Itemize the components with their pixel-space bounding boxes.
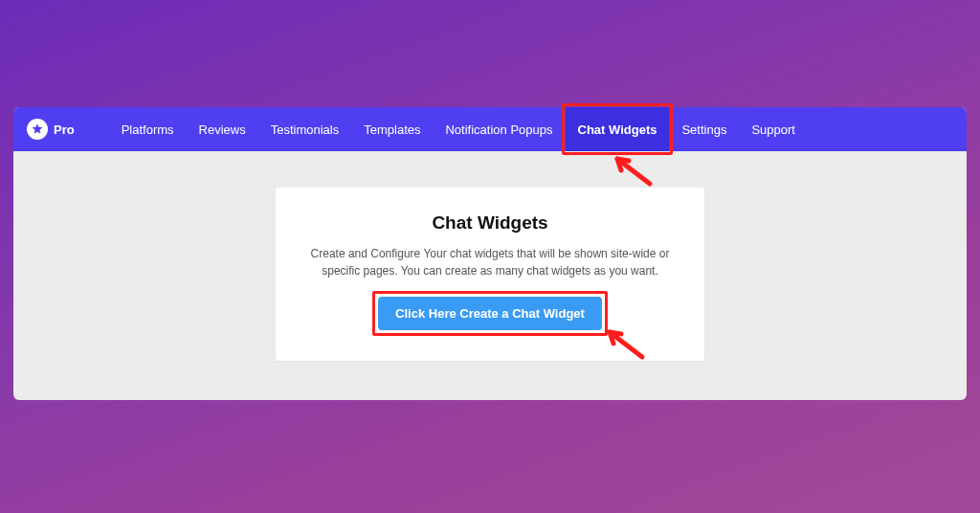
- panel-description: Create and Configure Your chat widgets t…: [304, 245, 676, 279]
- nav-item-reviews[interactable]: Reviews: [187, 107, 258, 151]
- app-window: Pro Platforms Reviews Testimonials Templ…: [13, 107, 967, 400]
- nav-item-settings[interactable]: Settings: [669, 107, 739, 151]
- top-nav: Pro Platforms Reviews Testimonials Templ…: [13, 107, 967, 151]
- brand[interactable]: Pro: [27, 119, 75, 140]
- nav-item-templates[interactable]: Templates: [351, 107, 433, 151]
- nav-item-support[interactable]: Support: [739, 107, 808, 151]
- panel-title: Chat Widgets: [304, 212, 676, 234]
- cta-wrap: Click Here Create a Chat Widget: [378, 297, 602, 330]
- brand-label: Pro: [54, 123, 75, 137]
- nav-item-notification-popups[interactable]: Notification Popups: [433, 107, 565, 151]
- nav-items: Platforms Reviews Testimonials Templates…: [109, 107, 808, 151]
- chat-widgets-panel: Chat Widgets Create and Configure Your c…: [276, 188, 704, 361]
- star-logo-icon: [27, 119, 48, 140]
- nav-item-platforms[interactable]: Platforms: [109, 107, 187, 151]
- nav-item-chat-widgets[interactable]: Chat Widgets: [566, 107, 670, 151]
- create-chat-widget-button[interactable]: Click Here Create a Chat Widget: [378, 297, 602, 330]
- nav-item-testimonials[interactable]: Testimonials: [258, 107, 352, 151]
- content-area: Chat Widgets Create and Configure Your c…: [13, 151, 967, 390]
